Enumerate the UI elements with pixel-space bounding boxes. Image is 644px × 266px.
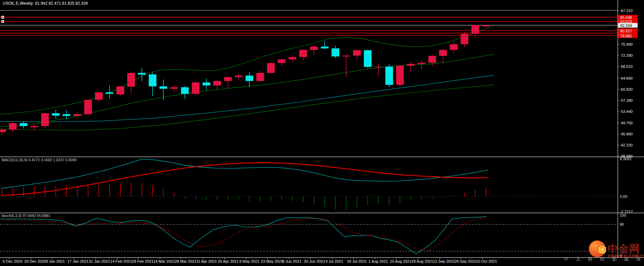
stoch-k-line bbox=[1, 217, 487, 254]
candle-bull[interactable] bbox=[0, 130, 6, 132]
candle-bear[interactable] bbox=[63, 114, 71, 116]
date-axis-label: 4 Jul 2021 bbox=[325, 259, 343, 263]
price-axis-label: 42.220 bbox=[621, 143, 633, 147]
slow-ma-green-line bbox=[0, 85, 494, 130]
candle-bear[interactable] bbox=[149, 75, 157, 87]
chart-canvas[interactable]: 87.21075.99072.25068.51064.66060.92057.1… bbox=[0, 0, 644, 266]
date-axis-label: 18 Jul 2021 bbox=[347, 259, 367, 263]
price-axis-label: 60.920 bbox=[621, 87, 633, 91]
candle-bear[interactable] bbox=[181, 87, 189, 94]
price-axis-label: 49.700 bbox=[621, 121, 633, 125]
date-axis-label: 20 Dec 2020 bbox=[24, 259, 46, 263]
date-axis-label: 12 Sep 2021 bbox=[433, 259, 455, 263]
candle-bull[interactable] bbox=[74, 114, 81, 116]
price-axis-label: 53.440 bbox=[621, 109, 633, 114]
candle-bull[interactable] bbox=[117, 86, 124, 94]
stoch-d-line bbox=[1, 217, 487, 250]
macd-main-line bbox=[1, 159, 488, 188]
candle-bull[interactable] bbox=[375, 66, 383, 67]
candle-bear[interactable] bbox=[332, 48, 339, 56]
candle-bear[interactable] bbox=[386, 66, 393, 85]
candle-bull[interactable] bbox=[450, 44, 458, 50]
candle-bull[interactable] bbox=[170, 87, 178, 89]
date-axis-label: 31 Jan 2021 bbox=[89, 259, 110, 263]
candle-bear[interactable] bbox=[52, 113, 60, 116]
candle-bull[interactable] bbox=[343, 55, 350, 56]
candle-bull[interactable] bbox=[9, 123, 17, 130]
macd-axis-label: 0.00 bbox=[620, 194, 627, 198]
candle-bear[interactable] bbox=[160, 86, 167, 89]
price-axis-label: 87.210 bbox=[621, 9, 633, 13]
price-badge-label: 82.334 bbox=[620, 24, 632, 28]
stoch-axis-label: 100 bbox=[620, 213, 626, 217]
candle-bear[interactable] bbox=[364, 50, 372, 67]
cngold-watermark: ֍ 中金网 CNGOLD.COM.CN 中 文 财 经 新 媒 体 bbox=[584, 239, 644, 265]
candle-bull[interactable] bbox=[439, 50, 447, 56]
candle-bull[interactable] bbox=[256, 73, 264, 81]
candle-bull[interactable] bbox=[289, 57, 296, 59]
candle-bear[interactable] bbox=[321, 47, 329, 48]
candle-bull[interactable] bbox=[127, 73, 135, 87]
date-axis-label: 6 Jun 2021 bbox=[282, 259, 301, 263]
candle-bear[interactable] bbox=[106, 92, 114, 94]
trendline-handle-center bbox=[2, 21, 3, 22]
candle-bull[interactable] bbox=[461, 34, 469, 44]
candle-bull[interactable] bbox=[235, 76, 243, 77]
chart-title: USOIL.E,Weekly 81.942 82.471 81.925 82.3… bbox=[3, 1, 88, 6]
date-axis-label: 15 Aug 2021 bbox=[390, 259, 412, 263]
candle-bull[interactable] bbox=[418, 63, 426, 64]
candle-bull[interactable] bbox=[41, 113, 49, 126]
candle-bear[interactable] bbox=[20, 123, 28, 126]
date-axis-label: 9 May 2021 bbox=[239, 259, 259, 263]
price-axis-label: 57.180 bbox=[621, 98, 633, 102]
date-axis-label: 20 Jun 2021 bbox=[304, 259, 325, 263]
candle-bull[interactable] bbox=[472, 25, 479, 34]
macd-signal-line bbox=[1, 163, 488, 195]
macd-indicator-label: MACD(12,26,9) 4.4172 3.1682 1.6237 0.000… bbox=[2, 158, 77, 162]
candle-bull[interactable] bbox=[31, 126, 38, 127]
date-axis-label: 26 Sep 2021 bbox=[454, 259, 476, 263]
candle-bull[interactable] bbox=[310, 47, 318, 50]
date-axis-label: 17 Jan 2021 bbox=[67, 259, 88, 263]
price-axis-label: 75.990 bbox=[621, 42, 633, 46]
date-axis-label: 3 Jan 2021 bbox=[46, 259, 65, 263]
date-axis-label: 28 Feb 2021 bbox=[132, 259, 154, 263]
upper-band-line bbox=[0, 26, 494, 115]
candle-bull[interactable] bbox=[224, 77, 232, 81]
candle-bull[interactable] bbox=[299, 50, 307, 57]
trading-terminal-chart: 87.21075.99072.25068.51064.66060.92057.1… bbox=[0, 0, 644, 266]
candle-bull[interactable] bbox=[482, 25, 490, 26]
price-axis-label: 72.250 bbox=[621, 53, 633, 57]
price-axis-label: 45.960 bbox=[621, 132, 633, 136]
candle-bear[interactable] bbox=[246, 76, 253, 81]
candle-bull[interactable] bbox=[353, 50, 361, 55]
candle-bear[interactable] bbox=[138, 73, 146, 75]
candle-bull[interactable] bbox=[192, 83, 200, 94]
watermark-tagline: 中 文 财 经 新 媒 体 bbox=[526, 256, 644, 262]
fast-ma-line bbox=[0, 54, 494, 127]
trendline-handle-center bbox=[2, 17, 3, 18]
price-axis-label: 68.510 bbox=[621, 64, 633, 69]
date-axis-label: 25 Apr 2021 bbox=[218, 259, 239, 263]
candle-bull[interactable] bbox=[429, 56, 436, 62]
candle-bull[interactable] bbox=[213, 81, 221, 85]
price-badge-label: 80.527 bbox=[620, 29, 632, 33]
candle-bull[interactable] bbox=[267, 63, 275, 73]
candle-bull[interactable] bbox=[95, 92, 103, 100]
date-axis-label: 10 Oct 2021 bbox=[476, 259, 497, 263]
date-axis-label: 6 Dec 2020 bbox=[3, 259, 23, 263]
price-axis-label: 64.660 bbox=[621, 76, 633, 80]
macd-axis-label: 6.3061 bbox=[620, 157, 632, 161]
date-axis-label: 11 Apr 2021 bbox=[196, 259, 217, 263]
price-badge-label: 85.048 bbox=[620, 15, 632, 19]
candle-bear[interactable] bbox=[203, 83, 210, 86]
date-axis-label: 1 Aug 2021 bbox=[368, 259, 388, 263]
date-axis-label: 28 Mar 2021 bbox=[175, 259, 197, 263]
logo-swirl-glyph: ֍ bbox=[598, 245, 606, 255]
candle-bull[interactable] bbox=[396, 66, 404, 85]
candle-bull[interactable] bbox=[84, 100, 92, 114]
candle-bull[interactable] bbox=[407, 64, 415, 65]
stoch-axis-label: 80 bbox=[620, 222, 624, 226]
candle-bull[interactable] bbox=[278, 59, 286, 63]
stoch-indicator-label: Stoch(5,3,3) 97.5943 95.6881 bbox=[1, 214, 50, 218]
